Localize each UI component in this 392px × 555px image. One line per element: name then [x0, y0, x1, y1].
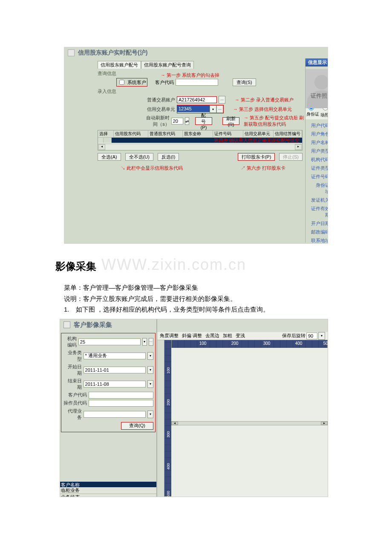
info-field: 用户名称：: [309, 138, 328, 147]
tool-skew[interactable]: 斜偏 调整: [182, 332, 202, 339]
filter-box: 机构编码 ▾ ⋯ 业务类型 ▾ 开始日期 ▾ 结束日期: [61, 333, 156, 432]
org-lookup-icon[interactable]: ⋯: [149, 338, 153, 346]
oper-label: 操作员代码: [63, 400, 87, 406]
canvas-splitter[interactable]: ◂ ▸: [171, 421, 328, 425]
ordinary-account-input[interactable]: [177, 96, 217, 103]
sc2-query-button[interactable]: 查询(Q): [121, 422, 153, 430]
input-section-label: 录入信息: [98, 88, 305, 95]
cust-input[interactable]: [89, 392, 153, 399]
ruler-h-tick: 400: [295, 341, 303, 346]
credit-unit-input[interactable]: [177, 105, 210, 112]
grid-col-credit-code: 信用股东代码: [114, 130, 148, 137]
select-none-button[interactable]: 全不选(U): [125, 153, 153, 161]
split-right-icon[interactable]: ▸: [321, 422, 328, 425]
photo-placeholder: [306, 69, 328, 108]
cust-label: 客户代码: [63, 392, 87, 398]
biz-input[interactable]: [84, 353, 146, 359]
credit-shareholder-screenshot: 信用股东账户实时配号(沪) 信用股东账户配号 信用股东账户配号查询 查询信息 系…: [64, 47, 328, 244]
invert-select-button[interactable]: 反选(I): [158, 153, 179, 161]
start-date-input[interactable]: [84, 367, 146, 373]
sc1-app-icon: [68, 49, 75, 56]
sc2-right-panel: 角度调整 斜偏 调整 去黑边 加粗 变浅 保存后旋转 ▾: [157, 319, 328, 497]
info-field: 证件类型：: [309, 164, 328, 172]
customer-code-label: 客户代码: [155, 79, 174, 86]
sc2-app-icon: [63, 321, 70, 328]
tool-angle[interactable]: 角度调整: [160, 332, 179, 339]
info-field: 用户代码：: [309, 121, 328, 130]
split-left-icon[interactable]: ◂: [171, 422, 178, 425]
ordinary-account-label: 普通交易账户: [142, 97, 175, 103]
scroll-left-icon[interactable]: ◂: [98, 144, 105, 150]
tool-blackedge[interactable]: 去黑边: [205, 332, 219, 339]
post-rotate-input[interactable]: [306, 332, 317, 339]
stop-button: 停止(S): [279, 153, 303, 161]
info-field: 邮政编码：: [309, 228, 328, 236]
grid-scrollbar[interactable]: ◂ ▸: [98, 144, 302, 150]
ruler-v-tick: 400: [166, 463, 170, 469]
tab-assign[interactable]: 信用股东账户配号: [98, 61, 141, 69]
refresh-button[interactable]: 刷新(R): [222, 117, 239, 125]
step1-annotation: → 第一步 系统客户的勾去掉: [161, 72, 219, 78]
tool-bold[interactable]: 加粗: [223, 332, 232, 339]
step2-annotation: → 第二步 录入普通交易账户: [235, 97, 294, 103]
grid-col-credit-unit: 信用交易单元: [243, 130, 274, 137]
sc2-left-panel: 机构编码 ▾ ⋯ 业务类型 ▾ 开始日期 ▾ 结束日期: [60, 319, 157, 497]
ordinary-account-lookup-icon[interactable]: ⋯: [219, 96, 225, 104]
detail-grid: 客户名称 临柜业务 业务状态 影像大小 影像页数 备注信息 股东账户: [60, 482, 156, 497]
info-field: 用户角色：: [309, 130, 328, 138]
auto-refresh-input[interactable]: [171, 118, 183, 124]
proxy-dropdown-icon[interactable]: ▾: [147, 410, 153, 418]
system-customer-checkbox[interactable]: [119, 80, 124, 85]
info-field: 开户日期：: [309, 219, 328, 228]
end-date-dropdown-icon[interactable]: ▾: [147, 380, 153, 388]
biz-label: 业务类型: [63, 350, 82, 362]
ruler-v-tick: 300: [166, 431, 170, 437]
info-field: 证件号码：: [309, 172, 328, 181]
credit-unit-dropdown-icon[interactable]: ▾: [210, 105, 216, 113]
info-field: 发证机关：: [309, 196, 328, 204]
info-field: 机构代码：: [309, 155, 328, 164]
info-field: 证件有效日期：: [309, 204, 328, 219]
info-header: 信息显示: [306, 58, 328, 66]
scroll-right-icon[interactable]: ▸: [295, 144, 302, 150]
grid-col-ordinary-code: 普通股东代码: [148, 130, 183, 137]
section-heading: 影像采集WWW.zixin.com.cn: [55, 256, 392, 274]
image-canvas[interactable]: ◂ ▸: [171, 348, 328, 497]
grid-col-fullname: 股东全称: [183, 130, 213, 137]
biz-dropdown-icon[interactable]: ▾: [147, 352, 153, 360]
oper-input[interactable]: [89, 400, 153, 407]
org-input[interactable]: [78, 338, 141, 345]
end-date-label: 结束日期: [63, 378, 82, 390]
ruler-vertical: [164, 340, 172, 497]
auto-refresh-spinner-icon[interactable]: ▴▾: [185, 117, 189, 125]
watermark-text: WWW.zixin.com.cn: [101, 256, 246, 273]
print-card-button[interactable]: 打印股东卡(P): [238, 153, 275, 161]
ruler-h-tick: 100: [199, 341, 207, 346]
query-button[interactable]: 查询(S): [233, 78, 256, 86]
auto-refresh-label: 自动刷新时间（s）: [142, 115, 170, 127]
proxy-input[interactable]: [84, 411, 146, 418]
org-dropdown-icon[interactable]: ▾: [142, 338, 147, 346]
credit-unit-lookup-icon[interactable]: ⋯: [216, 105, 223, 113]
customer-code-input[interactable]: [176, 79, 218, 86]
sc1-title-text: 信用股东账户实时配号(沪): [78, 49, 147, 57]
info-field: 用户类型：: [309, 147, 328, 155]
select-all-button[interactable]: 全选(A): [98, 153, 121, 161]
end-date-input[interactable]: [84, 381, 146, 387]
info-field: 身份证地址：: [309, 181, 328, 196]
body-line: 说明：客户开立股东账户完成后，需要进行相关的影像采集。: [64, 294, 328, 304]
step4-annotation: 第四步 确认录入信息正确无误后配号提交: [214, 137, 300, 144]
detail-row: 临柜业务: [60, 487, 156, 494]
start-date-dropdown-icon[interactable]: ▾: [147, 366, 153, 374]
tool-light[interactable]: 变浅: [236, 332, 245, 339]
info-field: 联系地址：: [309, 236, 328, 244]
assign-button[interactable]: 配号(P): [195, 117, 212, 125]
detail-row: 业务状态: [60, 494, 156, 497]
image-capture-screenshot: 客户影像采集 机构编码 ▾ ⋯ 业务类型 ▾ 开始日期 ▾: [60, 319, 328, 497]
body-line: 菜单：客户管理—客户影像管理—客户影像采集: [64, 283, 328, 293]
step5-annotation: → 第五步 配号提交成功后 刷新获取信用股东代码: [244, 115, 305, 127]
post-rotate-dropdown-icon[interactable]: ▾: [318, 332, 325, 340]
tab-query[interactable]: 信用股东账户配号查询: [141, 61, 194, 69]
photo-label: 证件照片: [306, 92, 328, 100]
detail-header: 客户名称: [60, 482, 156, 487]
